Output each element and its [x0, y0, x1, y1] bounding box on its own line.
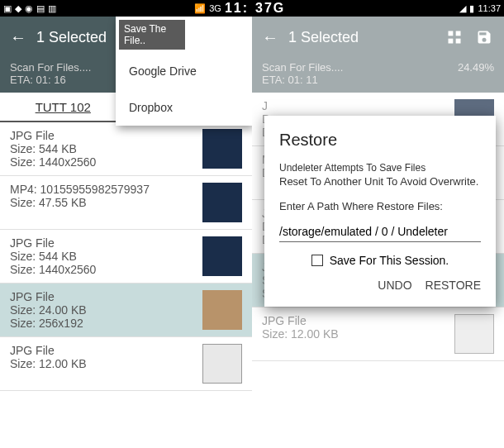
file-size: Size: 12.00 KB	[10, 357, 196, 370]
file-type: JPG File	[10, 129, 196, 142]
file-type: MP4: 10155955982579937	[10, 183, 196, 196]
dropdown-header: Save The File..	[119, 20, 185, 50]
header-title: 1 Selected	[288, 29, 359, 46]
notification-icon: ◉	[25, 3, 33, 14]
file-type: JPG File	[10, 344, 196, 357]
list-item-selected[interactable]: JPG File Size: 24.00 KB Size: 256x192	[0, 284, 252, 337]
status-bar: 37G ◢ ▮ 11:37	[252, 0, 504, 17]
back-icon[interactable]: ←	[262, 28, 278, 47]
wifi-icon: 📶	[194, 3, 206, 14]
file-dimensions: Size: 1440x2560	[10, 155, 196, 169]
file-list: JPG File Size: 544 KB Size: 1440x2560 MP…	[0, 122, 252, 391]
scan-info: Scan For Files.... 24.49% ETA: 01: 11	[252, 58, 504, 93]
svg-rect-1	[456, 31, 461, 36]
file-size: Size: 12.00 KB	[262, 327, 448, 341]
notification-icon: ▣	[3, 3, 12, 14]
list-item[interactable]: JPG File Size: 12.00 KB	[252, 307, 504, 361]
signal-label: 3G	[209, 3, 221, 13]
notification-icon: ▤	[36, 3, 45, 14]
clock: 11:37	[478, 3, 501, 13]
notification-icon: ▥	[48, 3, 56, 14]
thumbnail	[202, 236, 242, 276]
dialog-text: Reset To Another Unit To Avoid Overwrite…	[279, 174, 481, 189]
list-item[interactable]: MP4: 10155955982579937 Size: 47.55 KB	[0, 176, 252, 230]
save-dropdown: Save The File.. Google Drive Dropbox	[116, 17, 252, 126]
file-size: Size: 544 KB	[10, 142, 196, 155]
notification-icon: ◆	[15, 3, 21, 14]
file-size: Size: 47.55 KB	[10, 196, 196, 209]
file-type: JPG File	[10, 290, 196, 303]
file-type: JPG File	[10, 236, 196, 250]
restore-button[interactable]: RESTORE	[426, 279, 481, 292]
undo-button[interactable]: UNDO	[378, 279, 411, 292]
restore-dialog: Restore Undeleter Attempts To Save Files…	[264, 116, 496, 307]
svg-rect-2	[449, 39, 454, 44]
checkbox-icon	[311, 255, 323, 266]
dropdown-option-gdrive[interactable]: Google Drive	[116, 53, 252, 89]
checkbox-label: Save For This Session.	[330, 254, 449, 267]
scan-label: Scan For Files....	[262, 61, 343, 74]
right-screenshot: 37G ◢ ▮ 11:37 ← 1 Selected Scan For File…	[252, 0, 504, 448]
scan-progress: 24.49%	[458, 61, 494, 74]
file-size: Size: 24.00 KB	[10, 303, 196, 317]
list-item[interactable]: JPG File Size: 12.00 KB	[0, 337, 252, 391]
status-bar: ▣ ◆ ◉ ▤ ▥ 📶 3G 11:	[0, 0, 252, 17]
battery-icon: ▮	[469, 3, 474, 14]
save-session-checkbox[interactable]: Save For This Session.	[279, 254, 481, 267]
thumbnail	[202, 344, 242, 384]
clock-partial: 11:	[225, 1, 249, 16]
back-icon[interactable]: ←	[10, 28, 26, 47]
scan-eta: ETA: 01: 11	[262, 74, 494, 86]
save-icon[interactable]	[474, 27, 494, 47]
header-title: 1 Selected	[36, 29, 107, 46]
file-dimensions: Size: 1440x2560	[10, 263, 196, 276]
thumbnail	[202, 129, 242, 169]
list-item[interactable]: JPG File Size: 544 KB Size: 1440x2560	[0, 230, 252, 284]
file-type: JPG File	[262, 314, 448, 327]
file-type: J	[262, 99, 448, 112]
svg-rect-3	[456, 39, 461, 44]
path-input[interactable]: /storage/emulated / 0 / Undeleter	[279, 222, 481, 242]
left-screenshot: ▣ ◆ ◉ ▤ ▥ 📶 3G 11: ← 1 Selected Scan For…	[0, 0, 252, 448]
signal-icon: ◢	[459, 3, 466, 14]
tab-all[interactable]: TUTT 102	[0, 93, 126, 122]
clock-partial: 37G	[255, 1, 285, 16]
thumbnail	[202, 183, 242, 222]
grid-icon[interactable]	[445, 27, 464, 47]
file-dimensions: Size: 256x192	[10, 317, 196, 330]
app-header: ← 1 Selected	[252, 17, 504, 58]
dialog-text: Enter A Path Where Restore Files:	[279, 199, 481, 214]
thumbnail	[202, 290, 242, 330]
dialog-title: Restore	[279, 131, 481, 150]
svg-rect-0	[449, 31, 454, 36]
dropdown-option-dropbox[interactable]: Dropbox	[116, 89, 252, 126]
file-size: Size: 544 KB	[10, 250, 196, 263]
thumbnail	[454, 314, 494, 354]
list-item[interactable]: JPG File Size: 544 KB Size: 1440x2560	[0, 122, 252, 176]
dialog-text: Undeleter Attempts To Save Files	[279, 161, 481, 174]
